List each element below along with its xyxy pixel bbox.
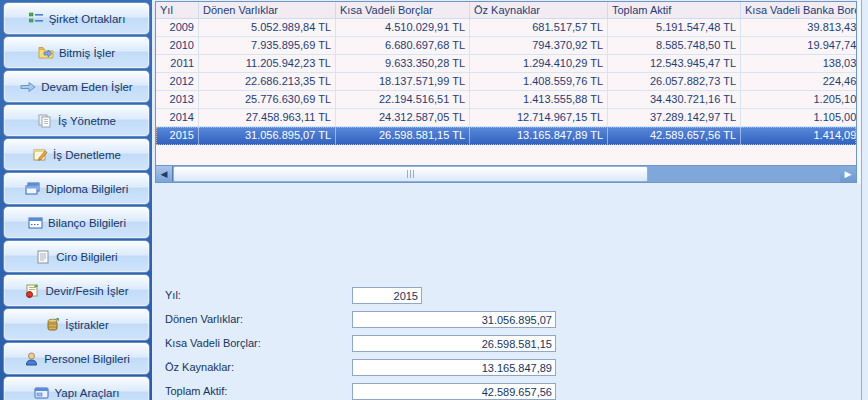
grid-cell: 26.598.581,15 TL bbox=[336, 127, 470, 145]
grid-cell: 5.191.547,48 TL bbox=[608, 19, 741, 37]
grid-cell: 42.589.657,56 TL bbox=[608, 127, 741, 145]
sidebar-item-11[interactable]: Personel Bilgileri bbox=[3, 342, 150, 375]
sidebar-item-label: Ciro Bilgileri bbox=[56, 251, 117, 263]
sidebar-item-label: İş Denetleme bbox=[53, 149, 121, 161]
sidebar-item-label: Şirket Ortakları bbox=[49, 13, 126, 25]
sidebar-item-8[interactable]: Ciro Bilgileri bbox=[3, 240, 150, 273]
grid-cell: 12.714.967,15 TL bbox=[470, 109, 608, 127]
column-header-1[interactable]: Yıl bbox=[156, 2, 199, 19]
list-icon bbox=[28, 11, 44, 26]
grid-cell: 7.935.895,69 TL bbox=[199, 37, 336, 55]
sidebar-item-label: Bilanço Bilgileri bbox=[48, 217, 126, 229]
grid-cell: 19.947,74 TL bbox=[741, 37, 857, 55]
certificate-icon bbox=[24, 283, 40, 298]
notepad-pencil-icon bbox=[32, 147, 48, 162]
grid-cell: 2014 bbox=[156, 109, 199, 127]
sidebar-item-9[interactable]: Devir/Fesih İşler bbox=[3, 274, 150, 307]
scrollbar-grip-icon bbox=[407, 170, 408, 178]
grid-cell: 1.205,10 TL bbox=[741, 91, 857, 109]
sidebar-item-label: İştirakler bbox=[65, 319, 108, 331]
person-icon bbox=[23, 351, 39, 366]
grid-row-2011[interactable]: 201111.205.942,23 TL9.633.350,28 TL1.294… bbox=[156, 55, 856, 73]
form-field-input-3[interactable] bbox=[352, 335, 556, 352]
grid-cell: 13.165.847,89 TL bbox=[470, 127, 608, 145]
grid-cell: 34.430.721,16 TL bbox=[608, 91, 741, 109]
sidebar-item-label: Bitmiş İşler bbox=[59, 47, 115, 59]
sidebar-item-6[interactable]: Diploma Bilgileri bbox=[3, 172, 150, 205]
form-field-input-5[interactable] bbox=[352, 383, 556, 400]
arrow-right-icon bbox=[20, 79, 36, 94]
column-header-4[interactable]: Öz Kaynaklar bbox=[470, 2, 608, 19]
form-field-label: Kısa Vadeli Borçlar: bbox=[165, 337, 261, 349]
grid-cell: 2011 bbox=[156, 55, 199, 73]
grid-cell: 1.408.559,76 TL bbox=[470, 73, 608, 91]
balance-sheet-grid: YılDönen VarlıklarKısa Vadeli BorçlarÖz … bbox=[155, 1, 857, 183]
form-field-label: Öz Kaynaklar: bbox=[165, 361, 234, 373]
scroll-right-arrow-icon[interactable]: ▶ bbox=[840, 166, 856, 182]
scroll-left-arrow-icon[interactable]: ◀ bbox=[156, 166, 173, 182]
sidebar-item-label: İş Yönetme bbox=[58, 115, 116, 127]
sidebar-item-7[interactable]: Bilanço Bilgileri bbox=[3, 206, 150, 239]
sidebar-item-label: Devam Eden İşler bbox=[41, 81, 132, 93]
column-header-2[interactable]: Dönen Varlıklar bbox=[199, 2, 336, 19]
sidebar: Şirket OrtaklarıBitmiş İşlerDevam Eden İ… bbox=[0, 0, 152, 400]
form-field-input-2[interactable] bbox=[352, 311, 556, 328]
form-field-label: Dönen Varlıklar: bbox=[165, 313, 243, 325]
sidebar-item-label: Yapı Araçları bbox=[55, 387, 120, 399]
folder-icon bbox=[38, 45, 54, 60]
grid-row-2009[interactable]: 20095.052.989,84 TL4.510.029,91 TL681.51… bbox=[156, 19, 856, 37]
grid-row-2013[interactable]: 201325.776.630,69 TL22.194.516,51 TL1.41… bbox=[156, 91, 856, 109]
sidebar-item-label: Personel Bilgileri bbox=[44, 353, 130, 365]
grid-cell: 31.056.895,07 TL bbox=[199, 127, 336, 145]
grid-cell: 12.543.945,47 TL bbox=[608, 55, 741, 73]
grid-body: 20095.052.989,84 TL4.510.029,91 TL681.51… bbox=[156, 19, 856, 145]
form-field-label: Toplam Aktif: bbox=[165, 385, 227, 397]
window-dotted-icon bbox=[27, 215, 43, 230]
bilanco-bilgileri-screen: Şirket OrtaklarıBitmiş İşlerDevam Eden İ… bbox=[0, 0, 868, 400]
grid-empty-area bbox=[156, 145, 856, 165]
sidebar-item-5[interactable]: İş Denetleme bbox=[3, 138, 150, 171]
sidebar-item-3[interactable]: Devam Eden İşler bbox=[3, 70, 150, 103]
grid-row-2012[interactable]: 201222.686.213,35 TL18.137.571,99 TL1.40… bbox=[156, 73, 856, 91]
sidebar-item-1[interactable]: Şirket Ortakları bbox=[3, 2, 150, 35]
column-header-3[interactable]: Kısa Vadeli Borçlar bbox=[336, 2, 470, 19]
form-field-label: Yıl: bbox=[165, 289, 181, 301]
grid-cell: 224,46 TL bbox=[741, 73, 857, 91]
grid-cell: 9.633.350,28 TL bbox=[336, 55, 470, 73]
app-window-icon bbox=[34, 385, 50, 400]
grid-cell: 18.137.571,99 TL bbox=[336, 73, 470, 91]
grid-cell: 2013 bbox=[156, 91, 199, 109]
sidebar-item-label: Diploma Bilgileri bbox=[46, 183, 128, 195]
grid-row-2015[interactable]: 201531.056.895,07 TL26.598.581,15 TL13.1… bbox=[156, 127, 856, 145]
grid-cell: 138,03 TL bbox=[741, 55, 857, 73]
grid-cell: 8.585.748,50 TL bbox=[608, 37, 741, 55]
grid-row-2014[interactable]: 201427.458.963,11 TL24.312.587,05 TL12.7… bbox=[156, 109, 856, 127]
grid-cell: 1.105,00 TL bbox=[741, 109, 857, 127]
grid-cell: 25.776.630,69 TL bbox=[199, 91, 336, 109]
grid-cell: 1.413.555,88 TL bbox=[470, 91, 608, 109]
sidebar-item-10[interactable]: İştirakler bbox=[3, 308, 150, 341]
scrollbar-track[interactable] bbox=[648, 166, 840, 182]
grid-cell: 5.052.989,84 TL bbox=[199, 19, 336, 37]
sidebar-item-4[interactable]: İş Yönetme bbox=[3, 104, 150, 137]
form-field-input-4[interactable] bbox=[352, 359, 556, 376]
sidebar-item-label: Devir/Fesih İşler bbox=[45, 285, 128, 297]
grid-cell: 1.414,09 TL bbox=[741, 127, 857, 145]
column-header-5[interactable]: Toplam Aktif bbox=[608, 2, 741, 19]
sidebar-item-12[interactable]: Yapı Araçları bbox=[3, 376, 150, 400]
document-icon bbox=[35, 249, 51, 264]
grid-row-2010[interactable]: 20107.935.895,69 TL6.680.697,68 TL794.37… bbox=[156, 37, 856, 55]
stacked-windows-icon bbox=[25, 181, 41, 196]
grid-cell: 2012 bbox=[156, 73, 199, 91]
grid-cell: 22.194.516,51 TL bbox=[336, 91, 470, 109]
grid-cell: 2009 bbox=[156, 19, 199, 37]
column-header-6[interactable]: Kısa Vadeli Banka Borçları bbox=[741, 2, 857, 19]
grid-cell: 26.057.882,73 TL bbox=[608, 73, 741, 91]
horizontal-scrollbar[interactable]: ◀ ▶ bbox=[156, 165, 856, 182]
form-field-input-1[interactable] bbox=[352, 287, 422, 304]
grid-cell: 27.458.963,11 TL bbox=[199, 109, 336, 127]
sidebar-item-2[interactable]: Bitmiş İşler bbox=[3, 36, 150, 69]
scrollbar-thumb[interactable] bbox=[173, 166, 648, 182]
barrel-icon bbox=[44, 317, 60, 332]
grid-cell: 39.813,43 TL bbox=[741, 19, 857, 37]
